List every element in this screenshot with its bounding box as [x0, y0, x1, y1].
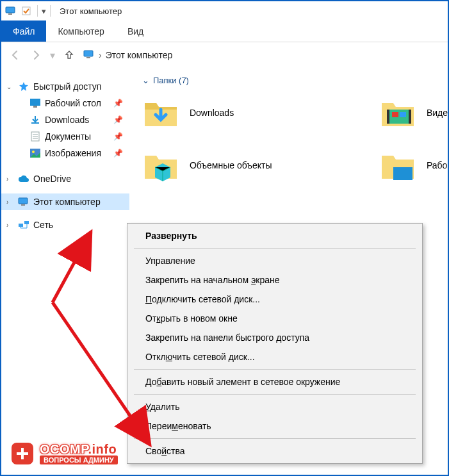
menu-delete[interactable]: Удалить	[127, 397, 422, 416]
tree-label: Быстрый доступ	[33, 81, 101, 92]
menu-disconnect-drive[interactable]: Отключить сетевой диск...	[127, 347, 422, 366]
nav-forward-icon[interactable]	[27, 46, 45, 64]
chevron-right-icon: ›	[99, 50, 102, 60]
svg-rect-5	[30, 99, 40, 106]
pin-icon: 📌	[113, 99, 123, 108]
tree-label: Сеть	[33, 220, 53, 230]
svg-rect-27	[17, 452, 28, 455]
svg-rect-20	[409, 110, 411, 124]
title-bar: ▾ Этот компьютер	[1, 1, 448, 21]
svg-rect-2	[22, 7, 30, 15]
svg-rect-15	[21, 204, 25, 206]
menu-add-network-location[interactable]: Добавить новый элемент в сетевое окружен…	[127, 372, 422, 391]
tree-downloads[interactable]: Downloads 📌	[1, 111, 129, 128]
svg-rect-1	[8, 13, 12, 15]
nav-tree: ⌄ Быстрый доступ Рабочий стол 📌 Download…	[1, 68, 129, 475]
nav-history-dropdown-icon[interactable]: ▾	[47, 46, 58, 64]
address-text: Этот компьютер	[106, 50, 173, 60]
address-bar[interactable]: › Этот компьютер	[83, 49, 172, 62]
watermark-brand-suffix: .info	[88, 442, 117, 456]
tab-file[interactable]: Файл	[1, 21, 46, 42]
collapse-icon: ⌄	[142, 76, 149, 85]
menu-expand[interactable]: Развернуть	[127, 226, 422, 245]
tree-documents[interactable]: Документы 📌	[1, 128, 129, 145]
svg-rect-16	[19, 224, 23, 227]
pictures-icon	[29, 147, 41, 159]
tree-label: Изображения	[45, 148, 101, 158]
expand-icon[interactable]: ›	[6, 199, 14, 206]
menu-rename[interactable]: Переименовать	[127, 416, 422, 436]
tree-pictures[interactable]: Изображения 📌	[1, 145, 129, 161]
star-icon	[18, 81, 29, 92]
tree-this-pc[interactable]: › Этот компьютер	[1, 193, 129, 210]
download-arrow-icon	[29, 114, 41, 126]
group-header-folders[interactable]: ⌄ Папки (7)	[142, 76, 448, 85]
tree-label: Рабочий стол	[45, 98, 101, 108]
downloads-folder-icon	[142, 94, 179, 131]
tree-onedrive[interactable]: › OneDrive	[1, 170, 129, 187]
cloud-icon	[18, 173, 29, 185]
tree-quick-access[interactable]: ⌄ Быстрый доступ	[1, 78, 129, 95]
tree-label: OneDrive	[33, 174, 71, 184]
nav-back-icon[interactable]	[6, 46, 24, 64]
watermark-sub: ВОПРОСЫ АДМИНУ	[40, 455, 118, 464]
folder-downloads[interactable]: Downloads	[142, 94, 322, 131]
pin-icon: 📌	[113, 149, 123, 158]
desktop-folder-icon	[379, 147, 416, 184]
properties-icon[interactable]	[19, 4, 33, 18]
watermark-brand: OCOMP	[40, 442, 88, 456]
menu-open-new-window[interactable]: Открыть в новом окне	[127, 309, 422, 328]
tab-view[interactable]: Вид	[116, 21, 155, 42]
tree-label: Downloads	[45, 115, 89, 125]
tree-label: Документы	[45, 131, 91, 142]
svg-point-13	[32, 151, 35, 153]
svg-rect-22	[400, 112, 406, 117]
pin-icon: 📌	[113, 132, 123, 141]
menu-pin-quick-access[interactable]: Закрепить на панели быстрого доступа	[127, 328, 422, 347]
collapse-icon[interactable]: ⌄	[6, 83, 14, 90]
tree-network[interactable]: › Сеть	[1, 217, 129, 233]
group-header-label: Папки (7)	[153, 76, 189, 85]
videos-folder-icon	[379, 94, 416, 131]
pc-icon	[18, 196, 29, 208]
3d-folder-icon	[142, 147, 179, 184]
expand-icon[interactable]: ›	[6, 176, 14, 183]
network-icon	[18, 219, 29, 231]
menu-map-drive[interactable]: Подключить сетевой диск...	[127, 290, 422, 309]
expand-icon[interactable]: ›	[6, 222, 14, 229]
svg-rect-3	[84, 51, 93, 56]
folder-label: Downloads	[190, 108, 234, 118]
svg-rect-14	[19, 198, 28, 204]
menu-properties[interactable]: Свойства	[127, 441, 422, 461]
nav-row: ▾ › Этот компьютер	[1, 42, 448, 68]
document-icon	[29, 131, 41, 142]
svg-rect-4	[86, 57, 90, 58]
tree-desktop[interactable]: Рабочий стол 📌	[1, 95, 129, 111]
folder-desktop[interactable]: Рабо	[379, 147, 447, 184]
quick-access-toolbar	[4, 4, 33, 18]
folder-videos[interactable]: Виде	[379, 94, 448, 131]
desktop-icon	[29, 97, 41, 109]
svg-rect-17	[24, 221, 29, 224]
nav-up-icon[interactable]	[60, 46, 78, 64]
svg-rect-19	[387, 110, 389, 124]
folder-label: Объемные объекты	[190, 160, 272, 170]
plus-icon	[12, 443, 33, 464]
folder-3d-objects[interactable]: Объемные объекты	[142, 147, 322, 184]
svg-rect-21	[392, 112, 398, 117]
svg-rect-6	[33, 106, 37, 108]
menu-manage[interactable]: Управление	[127, 251, 422, 270]
folder-label: Виде	[427, 108, 448, 118]
svg-rect-0	[6, 7, 15, 13]
svg-rect-7	[31, 122, 39, 124]
menu-pin-start[interactable]: Закрепить на начальном экране	[127, 270, 422, 290]
qat-dropdown-icon[interactable]: ▾	[42, 6, 46, 16]
pc-icon[interactable]	[4, 4, 18, 18]
window-title: Этот компьютер	[60, 6, 122, 16]
tree-label: Этот компьютер	[33, 197, 101, 207]
pc-icon	[83, 49, 95, 62]
svg-rect-23	[393, 167, 412, 180]
watermark: OCOMP.info ВОПРОСЫ АДМИНУ	[12, 442, 118, 464]
context-menu: Развернуть Управление Закрепить на начал…	[127, 223, 423, 464]
tab-computer[interactable]: Компьютер	[46, 21, 115, 42]
